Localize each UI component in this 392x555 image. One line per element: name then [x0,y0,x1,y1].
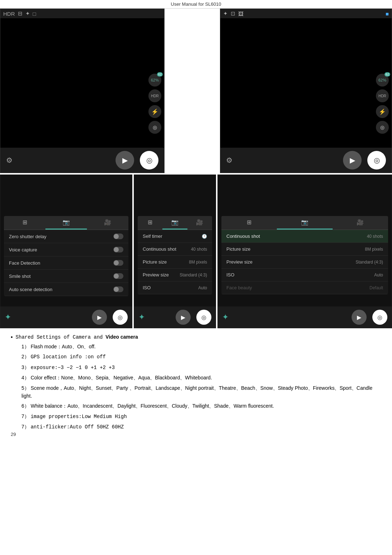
tab-camera-m[interactable]: 📷 [162,216,187,230]
sp-mid-bottom: ✦ ▶ ◎ [134,306,216,328]
label-voice-capture: Voice capture [9,247,37,252]
sp-mid-video-btn[interactable]: ▶ [176,310,191,325]
item-5-num: 5） [21,385,29,391]
label-continuous-shot-r: Continuous shot [226,234,260,239]
video-btn-left[interactable]: ▶ [116,151,134,170]
settings-panel-right: ⊞ 📷 🎥 Continuous shot 40 shots Picture s… [217,175,392,328]
value-picture-size-r: 8M pixels [365,247,383,252]
item-5: 5） Scene mode，Auto、Night、Sunset、Party 、P… [21,384,381,400]
toggle-auto-scene[interactable] [113,286,123,292]
cam-right-icons-left: 62% 62 HDR ⚡ ◎ [148,74,161,134]
sp-left-shutter-btn[interactable]: ◎ [113,310,128,325]
row-picture-size-m[interactable]: Picture size 8M pixels [138,256,212,269]
flash-icon: ✦ [25,10,30,17]
thumbnail-btn-r[interactable]: 62% 62 [376,74,389,87]
item-7b-num: 7） [21,424,29,429]
battery-badge: 62 [157,72,163,77]
row-iso-m[interactable]: ISO Auto [138,281,212,294]
cam-top-bar-left: HDR ⊟ ✦ □ [0,9,164,18]
sp-mid-tabs: ⊞ 📷 🎥 [138,216,212,230]
item-7a-num: 7） [21,413,29,419]
image-icon-r: 🖼 [238,11,244,17]
tab-adjust[interactable]: ⊞ [4,216,45,230]
toggle-voice-capture[interactable] [113,247,123,252]
item-1-num: 1） [21,344,29,349]
flash-btn-r[interactable]: ⚡ [376,105,389,118]
settings-btn[interactable]: ◎ [148,121,161,134]
sp-right-tabs: ⊞ 📷 🎥 [221,216,388,230]
tab-adjust-r[interactable]: ⊞ [221,216,277,230]
settings-btn-r[interactable]: ◎ [376,121,389,134]
video-btn-right[interactable]: ▶ [343,151,362,170]
row-continuous-shot-r[interactable]: Continuous shot 40 shots [221,230,388,243]
value-picture-size-m: 8M pixels [189,260,207,265]
gear-btn-left[interactable]: ⚙ [6,156,13,164]
blue-indicator: ■ [386,11,389,17]
sp-left-video-btn[interactable]: ▶ [92,310,107,325]
toggle-smile-shot[interactable] [113,273,123,279]
tab-video-m[interactable]: 🎥 [187,216,212,230]
hdr-btn[interactable]: HDR [148,89,161,102]
page-title: User Manual for SL6010 [0,0,392,9]
item-6-text: White balance：Auto、Incandescent、Daylight… [31,403,274,409]
item-3-num: 3） [21,364,29,370]
settings-panel-mid: ⊞ 📷 🎥 Self timer 🕐 Continuous shot 40 sh… [134,175,216,328]
tab-adjust-m[interactable]: ⊞ [138,216,162,230]
item-6-num: 6） [21,403,29,409]
sp-mid-top-bar [134,175,216,195]
shutter-btn-right[interactable]: ◎ [367,151,386,170]
thumbnail-btn[interactable]: 62% 62 [148,74,161,87]
item-2: 2） GPS location info :on off [21,353,381,361]
gear-blue-left[interactable]: ✦ [5,313,11,322]
toggle-face-detection[interactable] [113,260,123,266]
sp-left-inner: ⊞ 📷 🎥 Zero shutter delay Voice capture F… [4,216,128,296]
item-1: 1） Flash mode：Auto、On、off. [21,343,381,350]
sp-mid-capture: ▶ ◎ [176,310,211,325]
item-1-text: Flash mode：Auto、On、off. [31,344,96,349]
value-self-timer: 🕐 [202,234,207,239]
hdr-btn-r[interactable]: HDR [376,89,389,102]
row-face-detection[interactable]: Face Detection [4,256,128,270]
main-bullet: • Shared Settings of Camera and Video ca… [11,334,381,340]
viewfinder-right: 62% 62 HDR ⚡ ◎ [220,18,392,157]
toggle-zero-shutter[interactable] [113,234,123,239]
item-7a-text: image properties:Low Medium High [31,414,127,419]
tab-video[interactable]: 🎥 [87,216,128,230]
item-4-text: Color effect：None、Mono、Sepia、Negative、Aq… [31,375,212,380]
gear-blue-right[interactable]: ✦ [222,313,229,322]
row-zero-shutter[interactable]: Zero shutter delay [4,230,128,243]
cam-bottom-bar-right: ⚙ ▶ ◎ [220,148,392,173]
row-auto-scene[interactable]: Auto scene detection [4,283,128,296]
sp-mid-shutter-btn[interactable]: ◎ [196,310,211,325]
label-picture-size-r: Picture size [226,246,250,252]
tab-camera[interactable]: 📷 [45,216,87,230]
bullet-symbol: • [11,334,13,340]
row-preview-size-r[interactable]: Preview size Standard (4:3) [221,256,388,269]
row-continuous-shot-m[interactable]: Continuous shot 40 shots [138,243,212,256]
row-preview-size-m[interactable]: Preview size Standard (4:3) [138,269,212,281]
row-smile-shot[interactable]: Smile shot [4,270,128,283]
row-voice-capture[interactable]: Voice capture [4,243,128,256]
sp-right-shutter-btn[interactable]: ◎ [372,310,387,325]
gear-btn-right[interactable]: ⚙ [226,156,232,164]
row-face-beauty-r[interactable]: Face beauty Default [221,281,388,294]
row-picture-size-r[interactable]: Picture size 8M pixels [221,243,388,256]
item-3-text: exposure:−3 −2 −1 0 +1 +2 +3 [31,365,115,370]
gear-blue-mid[interactable]: ✦ [138,313,145,322]
shutter-btn-left[interactable]: ◎ [140,151,158,170]
capture-btns-left: ▶ ◎ [116,151,158,170]
item-7b-text: anti-flicker:Auto Off 50HZ 60HZ [31,424,124,430]
tab-camera-r[interactable]: 📷 [277,216,332,230]
value-preview-size-m: Standard (4:3) [180,272,207,278]
item-2-text: GPS location info :on off [31,354,106,360]
page-number: 29 [11,432,16,437]
row-self-timer[interactable]: Self timer 🕐 [138,230,212,243]
flash-btn[interactable]: ⚡ [148,105,161,118]
sp-right-video-btn[interactable]: ▶ [352,310,367,325]
sp-right-top-bar [218,175,392,195]
row-iso-r[interactable]: ISO Auto [221,269,388,281]
value-preview-size-r: Standard (4:3) [356,260,383,265]
cam-top-bar-right: ✦ ⊡ 🖼 ■ [220,9,392,18]
tab-video-r[interactable]: 🎥 [333,216,388,230]
label-continuous-shot-m: Continuous shot [143,246,176,252]
